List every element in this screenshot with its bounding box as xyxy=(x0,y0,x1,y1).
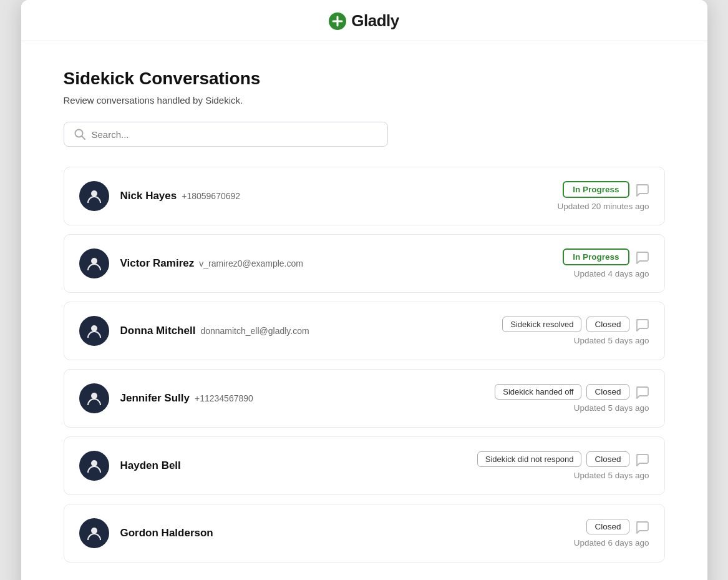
avatar xyxy=(79,181,109,211)
svg-point-8 xyxy=(91,393,97,399)
search-input[interactable] xyxy=(92,129,377,140)
contact-name: Jennifer Sully xyxy=(120,392,190,405)
chat-icon xyxy=(634,385,649,400)
svg-point-7 xyxy=(91,325,97,332)
conversation-card[interactable]: Nick Hayes +18059670692 In Progress Upda… xyxy=(64,167,665,225)
card-right: Sidekick handed offClosed Updated 5 days… xyxy=(495,384,649,413)
gladly-logo-icon xyxy=(329,12,346,30)
chat-icon xyxy=(634,519,649,534)
chat-icon xyxy=(634,452,649,467)
chat-icon-wrap[interactable] xyxy=(634,519,649,534)
page-title: Sidekick Conversations xyxy=(64,69,665,89)
chat-icon xyxy=(634,182,649,197)
logo-text: Gladly xyxy=(351,11,399,31)
avatar xyxy=(79,383,109,413)
updated-text: Updated 5 days ago xyxy=(574,471,649,480)
status-badge: Closed xyxy=(586,519,629,534)
status-badge: Closed xyxy=(586,317,629,332)
conversations-list: Nick Hayes +18059670692 In Progress Upda… xyxy=(64,167,665,571)
svg-line-4 xyxy=(82,136,85,139)
contact-name: Nick Hayes xyxy=(120,190,177,202)
svg-point-6 xyxy=(91,258,97,264)
card-left: Donna Mitchell donnamitch_ell@gladly.com xyxy=(79,316,309,346)
avatar xyxy=(79,451,109,481)
app-window: Gladly Sidekick Conversations Review con… xyxy=(21,0,707,580)
chat-icon-wrap[interactable] xyxy=(634,182,649,197)
updated-text: Updated 20 minutes ago xyxy=(557,202,649,211)
search-box[interactable] xyxy=(64,122,388,147)
badge-row: In Progress xyxy=(563,248,649,265)
updated-text: Updated 6 days ago xyxy=(574,538,649,548)
chat-icon xyxy=(634,317,649,332)
status-badge: Closed xyxy=(586,384,629,400)
updated-text: Updated 5 days ago xyxy=(574,336,649,345)
name-detail-row: Jennifer Sully +11234567890 xyxy=(120,392,253,405)
header: Gladly xyxy=(21,0,707,41)
logo: Gladly xyxy=(329,11,399,31)
avatar xyxy=(79,316,109,346)
svg-point-5 xyxy=(91,190,97,197)
card-right: Sidekick did not respondClosed Updated 5… xyxy=(477,451,649,480)
card-left: Victor Ramirez v_ramirez0@example.com xyxy=(79,248,303,278)
avatar xyxy=(79,248,109,278)
card-right: In Progress Updated 4 days ago xyxy=(563,248,649,278)
conversation-card[interactable]: Victor Ramirez v_ramirez0@example.com In… xyxy=(64,234,665,293)
search-icon xyxy=(74,129,85,140)
conversation-card[interactable]: Hayden Bell Sidekick did not respondClos… xyxy=(64,436,665,495)
avatar xyxy=(79,518,109,548)
card-right: Closed Updated 6 days ago xyxy=(574,519,649,548)
name-detail-row: Nick Hayes +18059670692 xyxy=(120,190,241,202)
card-left: Gordon Halderson xyxy=(79,518,218,548)
contact-detail: +18059670692 xyxy=(182,191,240,201)
badge-row: Closed xyxy=(586,519,649,534)
chat-icon-wrap[interactable] xyxy=(634,317,649,332)
contact-name: Gordon Halderson xyxy=(120,527,213,539)
card-right: Sidekick resolvedClosed Updated 5 days a… xyxy=(502,317,649,345)
status-badge: In Progress xyxy=(563,248,629,265)
updated-text: Updated 4 days ago xyxy=(574,269,649,278)
card-left: Jennifer Sully +11234567890 xyxy=(79,383,253,413)
main-content: Sidekick Conversations Review conversati… xyxy=(21,41,707,580)
contact-detail: v_ramirez0@example.com xyxy=(199,258,303,268)
name-detail-row: Gordon Halderson xyxy=(120,527,218,539)
chat-icon xyxy=(634,250,649,265)
status-badge: In Progress xyxy=(563,181,629,198)
contact-detail: donnamitch_ell@gladly.com xyxy=(200,326,309,336)
chat-icon-wrap[interactable] xyxy=(634,452,649,467)
contact-name: Victor Ramirez xyxy=(120,257,195,270)
svg-point-10 xyxy=(91,528,97,534)
name-detail-row: Donna Mitchell donnamitch_ell@gladly.com xyxy=(120,325,309,337)
page-subtitle: Review conversations handled by Sidekick… xyxy=(64,95,665,106)
search-wrap xyxy=(64,122,665,147)
status-badge: Closed xyxy=(586,451,629,467)
badge-row: Sidekick did not respondClosed xyxy=(477,451,649,467)
resolution-badge: Sidekick handed off xyxy=(495,384,581,400)
badge-row: Sidekick handed offClosed xyxy=(495,384,649,400)
contact-detail: +11234567890 xyxy=(195,393,253,403)
resolution-badge: Sidekick resolved xyxy=(502,317,581,332)
conversation-card[interactable]: Jennifer Sully +11234567890 Sidekick han… xyxy=(64,369,665,428)
resolution-badge: Sidekick did not respond xyxy=(477,451,582,467)
contact-name: Donna Mitchell xyxy=(120,325,196,337)
name-detail-row: Hayden Bell xyxy=(120,460,186,472)
conversation-card[interactable]: Gordon Halderson Closed Updated 6 days a… xyxy=(64,504,665,563)
card-right: In Progress Updated 20 minutes ago xyxy=(557,181,649,211)
chat-icon-wrap[interactable] xyxy=(634,385,649,400)
badge-row: Sidekick resolvedClosed xyxy=(502,317,649,332)
badge-row: In Progress xyxy=(563,181,649,198)
conversation-card[interactable]: Donna Mitchell donnamitch_ell@gladly.com… xyxy=(64,302,665,360)
card-left: Hayden Bell xyxy=(79,451,186,481)
contact-name: Hayden Bell xyxy=(120,460,181,472)
chat-icon-wrap[interactable] xyxy=(634,250,649,265)
card-left: Nick Hayes +18059670692 xyxy=(79,181,241,211)
updated-text: Updated 5 days ago xyxy=(574,403,649,413)
svg-point-9 xyxy=(91,460,97,466)
name-detail-row: Victor Ramirez v_ramirez0@example.com xyxy=(120,257,303,270)
